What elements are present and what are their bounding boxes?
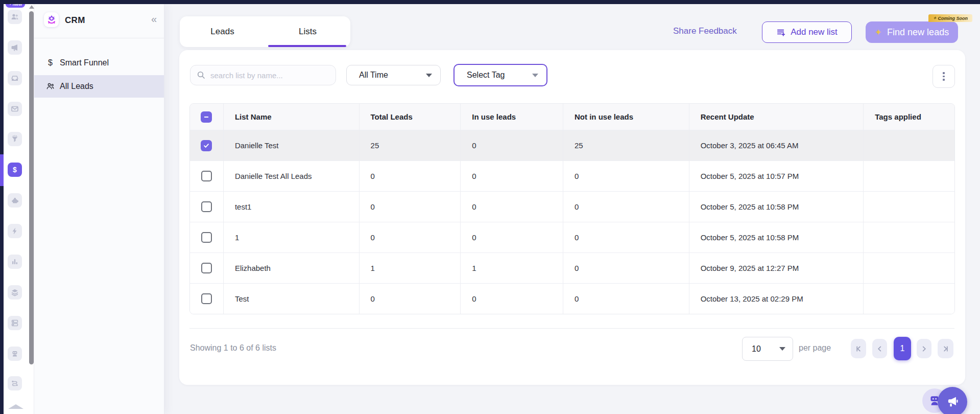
first-page-icon bbox=[855, 345, 863, 353]
app-title: CRM bbox=[65, 15, 85, 26]
sidebar: CRM « $ Smart Funnel All Leads bbox=[34, 4, 164, 414]
crm-logo-icon bbox=[44, 12, 59, 27]
cell-in-use: 0 bbox=[461, 192, 563, 222]
megaphone-icon[interactable] bbox=[8, 40, 22, 55]
table-row[interactable]: 1 0 0 0 October 5, 2025 at 10:58 PM bbox=[190, 222, 954, 252]
announcements-fab[interactable] bbox=[938, 387, 967, 414]
last-page-icon bbox=[942, 345, 949, 353]
sidebar-item-label: Smart Funnel bbox=[60, 58, 109, 67]
people-icon bbox=[46, 82, 55, 91]
cell-in-use: 0 bbox=[461, 284, 563, 314]
row-checkbox[interactable] bbox=[201, 171, 212, 181]
bar-chart-icon[interactable] bbox=[8, 255, 22, 269]
rail-active-indicator bbox=[0, 154, 4, 186]
chevron-down-icon bbox=[532, 74, 538, 77]
chevron-down-icon bbox=[779, 347, 785, 351]
pagination-page-1[interactable]: 1 bbox=[894, 337, 911, 360]
active-tab-underline bbox=[268, 45, 346, 47]
inbox-icon[interactable] bbox=[8, 71, 22, 85]
search-box bbox=[190, 65, 336, 85]
chevron-up-icon[interactable] bbox=[8, 404, 23, 409]
table-row[interactable]: Test 0 0 0 October 13, 2025 at 02:29 PM bbox=[190, 283, 954, 314]
main-content: Leads Lists Share Feedback Add new list … bbox=[164, 4, 980, 414]
puzzle-icon[interactable] bbox=[8, 193, 22, 208]
cell-tags bbox=[864, 161, 954, 191]
dollar-icon-active[interactable]: $ bbox=[8, 163, 22, 177]
column-header: Not in use leads bbox=[563, 104, 689, 130]
sidebar-collapse-button[interactable]: « bbox=[151, 13, 156, 25]
cell-not-in-use: 0 bbox=[563, 192, 689, 222]
per-page-label: per page bbox=[799, 343, 831, 353]
cell-recent-update: October 5, 2025 at 10:58 PM bbox=[689, 222, 864, 252]
column-header: In use leads bbox=[461, 104, 563, 130]
users-icon[interactable] bbox=[8, 10, 22, 24]
table-row[interactable]: test1 0 0 0 October 5, 2025 at 10:58 PM bbox=[190, 191, 954, 222]
row-checkbox[interactable] bbox=[201, 201, 212, 212]
cell-total-leads: 0 bbox=[360, 222, 461, 252]
select-all-checkbox[interactable] bbox=[201, 111, 212, 123]
cell-list-name: test1 bbox=[224, 192, 360, 222]
flow-icon[interactable] bbox=[8, 376, 22, 390]
funnel-icon[interactable] bbox=[8, 132, 22, 146]
mail-icon[interactable] bbox=[8, 102, 22, 116]
cell-list-name: Elizhabeth bbox=[224, 253, 360, 283]
next-page-icon bbox=[920, 345, 928, 353]
table-row[interactable]: Elizhabeth 1 1 0 October 9, 2025 at 12:2… bbox=[190, 252, 954, 283]
cell-list-name: Test bbox=[224, 284, 360, 314]
row-checkbox[interactable] bbox=[201, 140, 212, 151]
cell-list-name: Danielle Test bbox=[224, 130, 360, 160]
cell-recent-update: October 9, 2025 at 12:27 PM bbox=[689, 253, 864, 283]
server-icon[interactable] bbox=[8, 316, 22, 330]
chevron-down-icon bbox=[426, 74, 432, 77]
sparkle-icon: ✦ bbox=[875, 28, 882, 37]
column-header: List Name bbox=[224, 104, 360, 130]
icon-rail: ✦New $ bbox=[4, 4, 34, 414]
cell-recent-update: October 5, 2025 at 10:58 PM bbox=[689, 192, 864, 222]
cell-total-leads: 25 bbox=[360, 130, 461, 160]
list-plus-icon bbox=[776, 28, 786, 37]
cell-recent-update: October 5, 2025 at 10:57 PM bbox=[689, 161, 864, 191]
robot-icon[interactable] bbox=[8, 347, 22, 361]
scroll-up-arrow[interactable] bbox=[29, 5, 34, 9]
cell-not-in-use: 0 bbox=[563, 161, 689, 191]
row-checkbox[interactable] bbox=[201, 263, 212, 273]
cell-tags bbox=[864, 192, 954, 222]
more-options-button[interactable] bbox=[933, 65, 955, 88]
cell-recent-update: October 13, 2025 at 02:29 PM bbox=[689, 284, 864, 314]
find-new-leads-button[interactable]: ✦ Find new leads bbox=[866, 21, 958, 43]
time-filter-dropdown[interactable]: All Time bbox=[346, 65, 441, 85]
tag-filter-dropdown[interactable]: Select Tag bbox=[453, 64, 547, 86]
cell-total-leads: 0 bbox=[360, 192, 461, 222]
table-row[interactable]: Danielle Test 25 0 25 October 3, 2025 at… bbox=[190, 130, 954, 160]
pagination-first-button[interactable] bbox=[851, 339, 866, 358]
pagination-prev-button[interactable] bbox=[872, 339, 887, 358]
tab-leads[interactable]: Leads bbox=[180, 16, 265, 47]
cell-not-in-use: 0 bbox=[563, 253, 689, 283]
add-new-list-button[interactable]: Add new list bbox=[762, 21, 852, 43]
tabs: Leads Lists bbox=[180, 16, 350, 47]
sidebar-item-smart-funnel[interactable]: $ Smart Funnel bbox=[34, 51, 164, 75]
column-header: Tags applied bbox=[864, 104, 954, 130]
cell-list-name: Danielle Test All Leads bbox=[224, 161, 360, 191]
pagination-next-button[interactable] bbox=[917, 339, 931, 358]
sidebar-item-all-leads[interactable]: All Leads bbox=[34, 75, 164, 98]
rail-scrollbar[interactable] bbox=[29, 11, 34, 364]
cell-in-use: 0 bbox=[461, 222, 563, 252]
search-icon bbox=[197, 71, 206, 80]
tab-lists[interactable]: Lists bbox=[265, 16, 350, 47]
bolt-icon[interactable] bbox=[8, 224, 22, 238]
column-header: Total Leads bbox=[360, 104, 461, 130]
lists-panel: All Time Select Tag List Name Total Lead… bbox=[179, 50, 965, 385]
window-frame-top bbox=[0, 0, 980, 4]
kebab-icon bbox=[943, 72, 945, 74]
row-checkbox[interactable] bbox=[201, 293, 212, 304]
row-checkbox[interactable] bbox=[201, 232, 212, 243]
share-feedback-link[interactable]: Share Feedback bbox=[673, 26, 737, 36]
page-size-dropdown[interactable]: 10 bbox=[742, 337, 793, 361]
pagination-last-button[interactable] bbox=[938, 339, 953, 358]
search-input[interactable] bbox=[210, 71, 329, 80]
table-row[interactable]: Danielle Test All Leads 0 0 0 October 5,… bbox=[190, 160, 954, 191]
layers-icon[interactable] bbox=[8, 285, 22, 300]
cell-in-use: 0 bbox=[461, 130, 563, 160]
cell-tags bbox=[864, 222, 954, 252]
